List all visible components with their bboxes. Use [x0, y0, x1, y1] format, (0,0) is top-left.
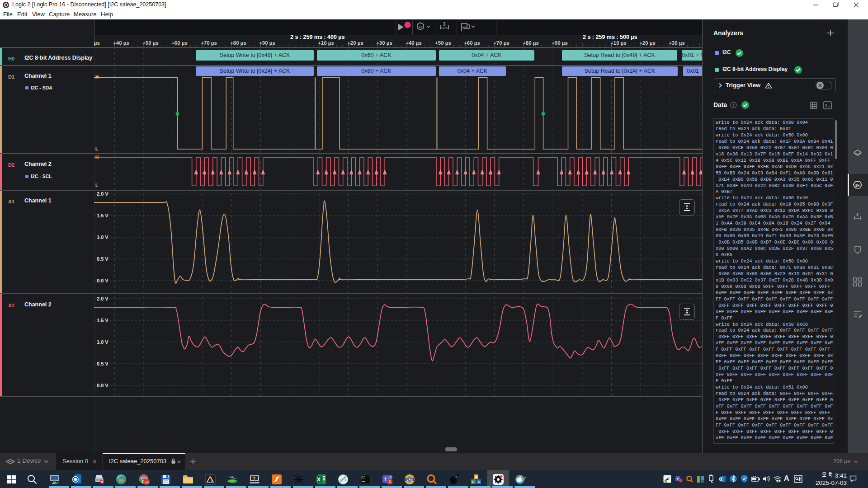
svg-text:1: 1: [389, 479, 391, 484]
svg-text:승혁: 승혁: [145, 481, 149, 483]
svg-text:1F: 1F: [855, 183, 860, 188]
svg-text:3: 3: [856, 212, 859, 217]
svg-text:T: T: [253, 476, 256, 481]
svg-text:?: ?: [732, 103, 735, 108]
svg-text:F: F: [472, 480, 475, 484]
svg-text:C:\: C:\: [361, 476, 365, 479]
svg-text:한: 한: [475, 475, 478, 479]
svg-text:T: T: [384, 477, 387, 482]
svg-text:T: T: [677, 477, 679, 481]
svg-text:CFG: CFG: [406, 478, 413, 481]
svg-text:C: C: [478, 480, 481, 484]
